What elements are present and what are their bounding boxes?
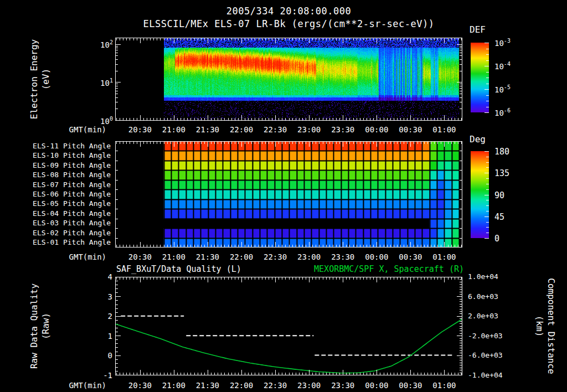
colorbar-tick	[486, 167, 489, 168]
header-datetime: 2005/334 20:08:00.000	[115, 6, 462, 17]
energy-tick-label: 102	[100, 39, 113, 49]
colorbar-tick	[484, 43, 489, 43]
colorbar-tick	[486, 189, 489, 190]
time-tick-label: 23:30	[326, 125, 359, 134]
time-tick-label: 21:00	[157, 381, 190, 390]
spectrogram-y-axis-label: Electron Energy (eV)	[28, 39, 51, 120]
colorbar-tick	[486, 233, 489, 233]
pitch-row-label: ELS-07 Pitch Angle	[33, 180, 111, 189]
time-tick-label: 23:00	[292, 252, 326, 261]
time-tick-label: 21:00	[157, 252, 190, 261]
distance-tick-label: -1.0e+04	[468, 371, 503, 379]
time-tick-label: 01:00	[427, 125, 461, 134]
time-tick-label: 21:30	[191, 381, 224, 390]
colorbar-tick	[486, 60, 489, 61]
gmt-label-3: GMT(min)	[55, 381, 106, 390]
colorbar-tick	[484, 89, 489, 90]
energy-tick-label: 101	[100, 78, 113, 87]
colorbar-tick	[486, 162, 489, 163]
colorbar-tick	[486, 72, 489, 73]
raw-quality-tick-label: 4	[108, 272, 112, 281]
energy-tick-label: 100	[100, 116, 113, 126]
def-colorbar-tick-label: 10-6	[494, 107, 511, 117]
deg-colorbar-tick-label: 135	[494, 168, 509, 178]
spectrogram-canvas	[115, 38, 462, 121]
deg-colorbar-tick-label: 180	[494, 147, 509, 157]
pitch-row-label: ELS-08 Pitch Angle	[33, 171, 111, 179]
raw-quality-tick-label: 1	[108, 332, 112, 341]
distance-tick-label: 2.0e+03	[468, 312, 498, 320]
distance-tick-label: -6.0e+03	[468, 351, 503, 359]
distance-tick-label: 6.0e+03	[468, 292, 498, 301]
bottom-left-y-axis-label: Raw Data Quality (Raw)	[28, 283, 51, 369]
colorbar-tick	[484, 216, 489, 217]
colorbar-tick	[486, 222, 489, 223]
colorbar-tick	[486, 227, 489, 228]
colorbar-tick	[484, 195, 489, 195]
colorbar-tick	[486, 54, 489, 55]
time-tick-label: 00:30	[394, 125, 427, 134]
colorbar-tick	[484, 66, 489, 66]
raw-quality-tick-label: 2	[108, 312, 112, 321]
time-tick-label: 00:00	[360, 252, 393, 261]
colorbar-tick	[486, 211, 489, 212]
bottom-right-y-axis-label: Component Distance (km)	[534, 278, 557, 374]
pitch-row-label: ELS-03 Pitch Angle	[33, 219, 111, 227]
colorbar-tick	[486, 184, 489, 184]
time-tick-label: 01:00	[427, 381, 461, 390]
raw-quality-tick-label: 0	[108, 351, 112, 360]
pitch-row-label: ELS-09 Pitch Angle	[33, 161, 111, 169]
time-tick-label: 21:30	[191, 125, 224, 134]
pitch-row-label: ELS-10 Pitch Angle	[33, 151, 111, 159]
pitch-angle-canvas	[115, 141, 462, 247]
time-tick-label: 00:30	[394, 252, 427, 261]
colorbar-tick	[484, 173, 489, 173]
line-plot-canvas	[115, 277, 462, 375]
time-tick-label: 20:30	[123, 252, 157, 261]
deg-colorbar-tick-label: 90	[494, 190, 504, 200]
time-tick-label: 22:00	[225, 125, 258, 134]
bottom-right-series-title: MEXORBMC/SPF X, Spacecraft (R)	[314, 264, 464, 274]
time-tick-label: 21:30	[191, 252, 224, 261]
def-colorbar-tick-label: 10-5	[494, 84, 511, 94]
deg-colorbar-tick-label: 0	[494, 234, 499, 244]
colorbar-tick	[486, 49, 489, 49]
science-plot-screen: 2005/334 20:08:00.000 ELSSCIL/MEx ELS-07…	[0, 0, 567, 392]
colorbar-tick	[486, 178, 489, 179]
pitch-row-label: ELS-06 Pitch Angle	[33, 190, 111, 198]
time-tick-label: 22:30	[259, 381, 292, 390]
time-tick-label: 21:00	[157, 125, 190, 134]
colorbar-tick	[484, 112, 489, 113]
def-colorbar-title: DEF	[470, 24, 486, 35]
pitch-row-label: ELS-02 Pitch Angle	[33, 229, 111, 237]
gmt-label-2: GMT(min)	[55, 252, 106, 261]
time-tick-label: 23:30	[326, 381, 359, 390]
distance-tick-label: 1.0e+04	[468, 272, 498, 281]
time-tick-label: 23:30	[326, 252, 359, 261]
time-tick-label: 22:30	[259, 252, 292, 261]
pitch-row-label: ELS-04 Pitch Angle	[33, 209, 111, 218]
raw-quality-tick-label: 3	[108, 292, 112, 301]
time-tick-label: 23:00	[292, 125, 326, 134]
time-tick-label: 00:00	[360, 381, 393, 390]
page-title: ELSSCIL/MEx ELS-07 LR-Bk (ergs/(cm**2-sr…	[61, 18, 517, 29]
pitch-row-label: ELS-05 Pitch Angle	[33, 199, 111, 208]
time-tick-label: 01:00	[427, 252, 461, 261]
pitch-row-label: ELS-11 Pitch Angle	[33, 142, 111, 150]
deg-colorbar-title: Deg	[470, 134, 486, 145]
time-tick-label: 20:30	[123, 381, 157, 390]
time-tick-label: 22:30	[259, 125, 292, 134]
gmt-label-1: GMT(min)	[55, 125, 106, 134]
time-tick-label: 00:30	[394, 381, 427, 390]
time-tick-label: 20:30	[123, 125, 157, 134]
colorbar-tick	[486, 95, 489, 96]
def-colorbar-tick-label: 10-3	[494, 38, 511, 48]
raw-quality-tick-label: -1	[103, 371, 112, 380]
time-tick-label: 22:00	[225, 381, 258, 390]
colorbar-tick	[486, 205, 489, 206]
colorbar-tick	[484, 238, 489, 239]
colorbar-tick	[486, 200, 489, 200]
colorbar-tick	[484, 151, 489, 152]
colorbar-tick	[486, 157, 489, 157]
distance-tick-label: -2.0e+03	[468, 332, 503, 340]
